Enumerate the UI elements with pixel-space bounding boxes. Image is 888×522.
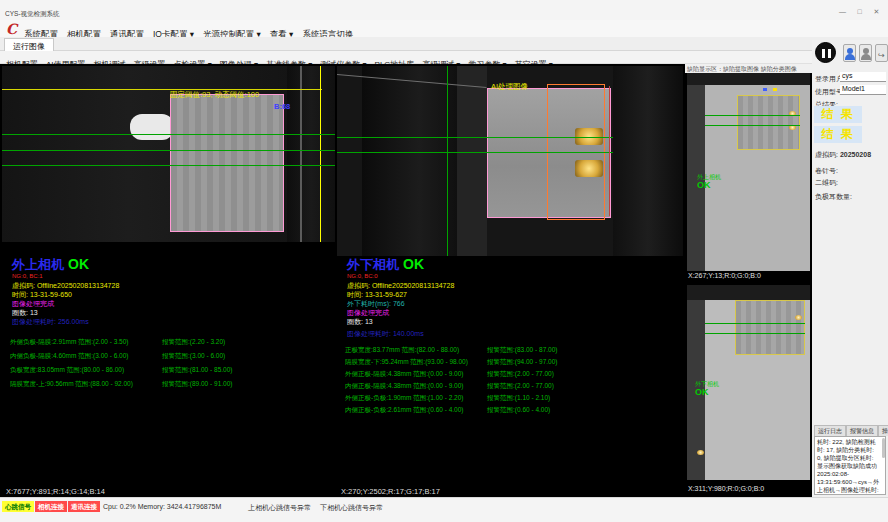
operator-button[interactable] bbox=[859, 44, 872, 62]
camera-name: 外上相机 bbox=[12, 257, 64, 272]
toolbar: 相机配置AI使用配置相机调试高级设置点检设置 ▾图像处理 ▾基准线参数 ▾测试仪… bbox=[0, 51, 888, 64]
measurement-row: 内侧正极-负极:2.61mm 范围:(0.60 - 4.00) 报警范围:(0.… bbox=[337, 406, 683, 418]
log-scrollbar[interactable] bbox=[882, 438, 885, 458]
top-reference-line bbox=[2, 89, 322, 90]
machine-mid-band bbox=[457, 66, 487, 256]
menu-bar: C 系统配置相机配置通讯配置IO卡配置 ▾光源控制配置 ▾查看 ▾系统语言切换 bbox=[0, 20, 888, 37]
virtual-code-caption: 虚拟码: bbox=[815, 151, 838, 158]
comm-connect-badge: 通讯连接 bbox=[68, 501, 100, 512]
app-logo-icon: C bbox=[6, 21, 17, 37]
measurement-list: 正极宽度:83.77mm 范围:(82.00 - 88.00) 报警范围:(83… bbox=[337, 346, 683, 418]
preview-cursor-info: X:311;Y:980;R:0;G:0;B:0 bbox=[688, 485, 764, 492]
main-view: 固定阈值:93, 动态阈值:100 B:68 外上相机OK NG:0, BC:1… bbox=[0, 64, 888, 497]
camera-name: 外下相机 bbox=[347, 257, 399, 272]
measurement-value: 内侧正极-负极:2.61mm 范围:(0.60 - 4.00) bbox=[345, 406, 463, 415]
camera-title: 外上相机OK bbox=[12, 256, 89, 274]
marker-yellow bbox=[773, 88, 777, 91]
tab-highlight-2 bbox=[575, 160, 603, 177]
minimize-button[interactable]: — bbox=[836, 8, 850, 15]
measurement-alarm: 报警范围:(94.00 - 97.00) bbox=[487, 358, 557, 367]
logout-icon: ↪ bbox=[878, 51, 885, 60]
turns-text: 圈数: 13 bbox=[347, 317, 373, 327]
bright-edge-line bbox=[300, 66, 302, 242]
side-panel: ↪ 登录用户: cys 使用型号: Model1 总结果: 结 果 结 果 虚拟… bbox=[812, 40, 888, 497]
heartbeat-status-badge: 心跳信号 bbox=[2, 501, 34, 512]
window-title: CYS-视觉检测系统 bbox=[5, 10, 60, 19]
ng-info: NG:0, BC:0 bbox=[347, 273, 378, 279]
machine-dark-band bbox=[362, 66, 457, 256]
logout-button[interactable]: ↪ bbox=[875, 44, 888, 62]
baseline-2 bbox=[2, 150, 335, 151]
measurement-value: 正极宽度:83.77mm 范围:(82.00 - 88.00) bbox=[345, 346, 459, 355]
log-tabs: 运行日志报警信息操作信息 bbox=[814, 425, 888, 436]
log-text-area: 耗时: 222, 缺陷检测耗时: 17, 缺陷分类耗时: 0, 缺陷提取分区耗时… bbox=[814, 436, 886, 495]
maximize-button[interactable]: □ bbox=[853, 8, 867, 15]
status-ok: OK bbox=[68, 256, 89, 272]
measurement-row: 外侧正极-负极:1.90mm 范围:(1.00 - 2.20) 报警范围:(1.… bbox=[337, 394, 683, 406]
user-button[interactable] bbox=[843, 44, 856, 62]
baseline-1 bbox=[337, 137, 613, 138]
login-value-field[interactable]: cys bbox=[840, 72, 886, 82]
preview-status-ok: OK bbox=[697, 180, 711, 190]
measurement-value: 隔膜宽度-上:90.56mm 范围:(88.00 - 92.00) bbox=[10, 380, 133, 389]
preview-baseline-1 bbox=[705, 115, 800, 116]
log-tab[interactable]: 报警信息 bbox=[846, 425, 878, 436]
log-tab[interactable]: 运行日志 bbox=[814, 425, 846, 436]
pause-icon bbox=[828, 49, 831, 58]
baseline-3 bbox=[2, 165, 335, 166]
measurement-alarm: 报警范围:(81.00 - 85.00) bbox=[162, 366, 232, 375]
measurement-row: 内侧负极-隔膜:4.60mm 范围:(3.00 - 6.00) 报警范围:(3.… bbox=[2, 352, 335, 366]
preview-cursor-info: X:267;Y:13;R:0;G:0;B:0 bbox=[688, 272, 761, 279]
preview-status: 外下相机 OK bbox=[695, 380, 719, 397]
preview-status: 外上相机 OK bbox=[697, 173, 721, 190]
pixel-overlay-text: B:68 bbox=[274, 102, 290, 111]
result-box-lower: 结 果 bbox=[814, 126, 862, 143]
measurement-row: 负极宽度:83.05mm 范围:(80.00 - 86.00) 报警范围:(81… bbox=[2, 366, 335, 380]
measurement-alarm: 报警范围:(1.10 - 2.10) bbox=[487, 394, 550, 403]
window-controls: — □ ✕ bbox=[836, 8, 884, 16]
marker-blue bbox=[763, 88, 767, 91]
upper-camera-warning: 上相机心跳信号异常 bbox=[248, 503, 311, 513]
measurement-value: 内侧负极-隔膜:4.60mm 范围:(3.00 - 6.00) bbox=[10, 352, 128, 361]
pause-button[interactable] bbox=[815, 42, 836, 63]
model-value-field[interactable]: Model1 bbox=[840, 85, 886, 95]
measurement-value: 隔膜宽度-下:95.24mm 范围:(93.00 - 98.00) bbox=[345, 358, 468, 367]
lower-camera-image[interactable]: AI处理图像 bbox=[337, 66, 683, 256]
measurement-value: 外侧正极-隔膜:4.38mm 范围:(0.00 - 9.00) bbox=[345, 370, 463, 379]
pause-icon bbox=[822, 49, 825, 58]
preview-baseline-2 bbox=[705, 333, 805, 334]
baseline-2 bbox=[337, 152, 613, 153]
preview-dark-band bbox=[687, 73, 705, 271]
upper-camera-image[interactable]: 固定阈值:93, 动态阈值:100 B:68 bbox=[2, 66, 335, 242]
needle-label: 卷针号: bbox=[815, 166, 838, 176]
lower-defect-preview[interactable]: 外下相机 OK bbox=[687, 285, 810, 480]
measurement-row: 外侧负极-隔膜:2.91mm 范围:(2.00 - 3.50) 报警范围:(2.… bbox=[2, 338, 335, 352]
measurement-alarm: 报警范围:(3.00 - 6.00) bbox=[162, 352, 225, 361]
measurement-list: 外侧负极-隔膜:2.91mm 范围:(2.00 - 3.50) 报警范围:(2.… bbox=[2, 338, 335, 394]
upper-camera-panel: 固定阈值:93, 动态阈值:100 B:68 外上相机OK NG:0, BC:1… bbox=[2, 66, 335, 497]
measurement-row: 隔膜宽度-上:90.56mm 范围:(88.00 - 92.00) 报警范围:(… bbox=[2, 380, 335, 394]
measurement-alarm: 报警范围:(2.20 - 3.20) bbox=[162, 338, 225, 347]
tab-run-image[interactable]: 运行图像 bbox=[4, 38, 54, 51]
process-time-text: 图像处理耗时: 140.00ms bbox=[347, 329, 424, 339]
log-tab[interactable]: 操作信息 bbox=[878, 425, 888, 436]
camera-connect-badge: 相机连接 bbox=[35, 501, 67, 512]
measurement-alarm: 报警范围:(2.00 - 77.00) bbox=[487, 370, 554, 379]
status-bar: 心跳信号 相机连接 通讯连接 Cpu: 0.2% Memory: 3424.41… bbox=[0, 497, 888, 522]
measurement-value: 外侧正极-负极:1.90mm 范围:(1.00 - 2.20) bbox=[345, 394, 463, 403]
sparkle-highlight bbox=[697, 450, 704, 455]
measurement-row: 正极宽度:83.77mm 范围:(82.00 - 88.00) 报警范围:(83… bbox=[337, 346, 683, 358]
preview-top-band bbox=[687, 285, 810, 300]
close-button[interactable]: ✕ bbox=[870, 8, 884, 16]
baseline-1 bbox=[2, 134, 335, 135]
preview-header-strip: 缺陷显示区：缺陷提取图像 缺陷分类图像 bbox=[685, 64, 812, 73]
measurement-value: 内侧正极-隔膜:4.38mm 范围:(0.00 - 9.00) bbox=[345, 382, 463, 391]
upper-defect-preview[interactable]: 外上相机 OK bbox=[687, 73, 810, 271]
cursor-info: X:7677;Y:891;R:14;G:14;B:14 bbox=[6, 487, 105, 496]
preview-baseline-1 bbox=[705, 323, 805, 324]
cursor-info: X:270;Y:2502;R:17;G:17;B:17 bbox=[341, 487, 440, 496]
virtual-code-label: 虚拟码: 20250208 bbox=[815, 150, 871, 160]
process-time-text: 图像处理耗时: 256.00ms bbox=[12, 317, 89, 327]
preview-top-band bbox=[687, 73, 810, 85]
machine-right-band bbox=[613, 66, 683, 256]
